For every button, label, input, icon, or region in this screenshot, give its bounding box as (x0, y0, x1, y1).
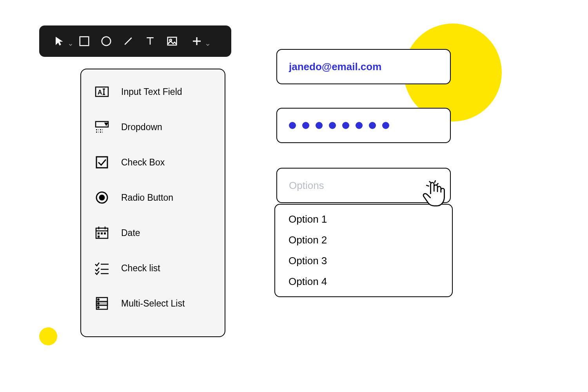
circle-tool[interactable] (96, 31, 116, 51)
password-mask (289, 122, 389, 129)
svg-point-37 (98, 307, 99, 308)
svg-rect-29 (98, 236, 100, 238)
password-input[interactable] (276, 108, 451, 143)
image-icon (166, 35, 178, 47)
input-text-field-icon: A (93, 83, 111, 101)
password-dot (369, 122, 376, 129)
text-icon (144, 35, 156, 47)
option-item[interactable]: Option 1 (289, 213, 439, 225)
panel-item-label: Check Box (121, 157, 165, 168)
password-dot (329, 122, 336, 129)
line-icon (122, 35, 134, 47)
email-input[interactable]: janedo@email.com (276, 49, 451, 84)
password-dot (356, 122, 363, 129)
password-dot (382, 122, 389, 129)
panel-item-multiselect[interactable]: Multi-Select List (93, 294, 213, 312)
panel-item-label: Radio Button (121, 192, 173, 203)
drawing-toolbar (39, 25, 231, 57)
pointer-icon (54, 35, 65, 47)
panel-item-date[interactable]: Date (93, 224, 213, 242)
plus-icon (191, 35, 203, 47)
multiselect-icon (93, 294, 111, 312)
checkbox-icon (93, 153, 111, 171)
panel-item-label: Input Text Field (121, 87, 182, 97)
radio-button-icon (93, 189, 111, 207)
cursor-hand-icon (421, 180, 446, 208)
select-placeholder: Options (289, 180, 324, 192)
svg-point-35 (98, 299, 99, 300)
image-tool[interactable] (162, 31, 182, 51)
chevron-down-icon (68, 42, 73, 47)
password-dot (302, 122, 309, 129)
panel-item-label: Multi-Select List (121, 298, 185, 309)
password-dot (342, 122, 349, 129)
add-tool[interactable] (184, 31, 209, 51)
dropdown-icon (93, 118, 111, 136)
svg-rect-5 (168, 37, 177, 45)
svg-point-1 (102, 37, 111, 46)
password-dot (289, 122, 296, 129)
email-value: janedo@email.com (289, 61, 381, 73)
pointer-tool[interactable] (47, 31, 72, 51)
panel-item-label: Dropdown (121, 122, 162, 132)
chevron-down-icon (205, 42, 210, 47)
svg-line-40 (426, 185, 429, 187)
checklist-icon (93, 259, 111, 277)
svg-text:A: A (98, 89, 102, 96)
svg-point-21 (100, 195, 104, 200)
svg-rect-28 (104, 232, 106, 234)
svg-rect-0 (80, 37, 89, 46)
panel-item-radio[interactable]: Radio Button (93, 189, 213, 207)
panel-item-label: Date (121, 228, 140, 238)
form-elements-panel: A Input Text Field Dropdown Check Box Ra… (80, 69, 225, 337)
rectangle-tool[interactable] (74, 31, 94, 51)
svg-line-39 (435, 180, 436, 183)
panel-item-checkbox[interactable]: Check Box (93, 153, 213, 171)
date-icon (93, 224, 111, 242)
password-dot (316, 122, 323, 129)
decorative-circle-small (39, 327, 57, 345)
panel-item-checklist[interactable]: Check list (93, 259, 213, 277)
text-tool[interactable] (140, 31, 160, 51)
circle-icon (100, 35, 112, 47)
option-item[interactable]: Option 4 (289, 276, 439, 288)
svg-rect-19 (96, 157, 107, 168)
svg-line-38 (429, 181, 432, 183)
rectangle-icon (78, 35, 90, 47)
svg-point-36 (98, 303, 99, 304)
panel-item-dropdown[interactable]: Dropdown (93, 118, 213, 136)
line-tool[interactable] (118, 31, 138, 51)
svg-rect-27 (101, 232, 103, 234)
svg-line-2 (125, 38, 132, 45)
panel-item-input-text[interactable]: A Input Text Field (93, 83, 213, 101)
svg-rect-26 (98, 232, 100, 234)
panel-item-label: Check list (121, 263, 160, 274)
options-dropdown-list: Option 1 Option 2 Option 3 Option 4 (274, 204, 453, 297)
option-item[interactable]: Option 2 (289, 234, 439, 246)
option-item[interactable]: Option 3 (289, 255, 439, 267)
